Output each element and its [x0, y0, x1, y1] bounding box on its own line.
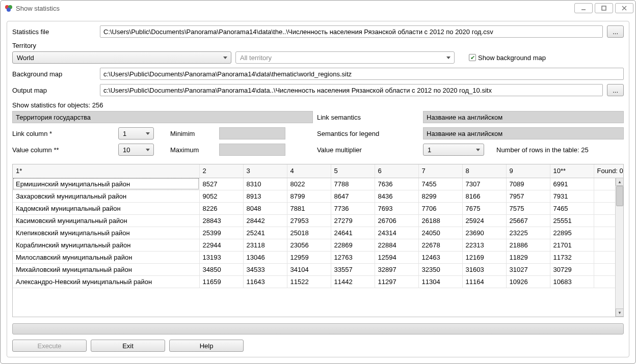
row-value-cell[interactable]: 25018: [287, 227, 331, 239]
row-value-cell[interactable]: 26706: [375, 214, 418, 227]
link-column-select[interactable]: 1: [118, 127, 154, 139]
row-name-cell[interactable]: Михайловский муниципальный район: [13, 263, 199, 275]
row-value-cell[interactable]: 32897: [375, 263, 418, 275]
close-button[interactable]: [615, 3, 633, 13]
row-value-cell[interactable]: 11297: [375, 275, 418, 288]
row-value-cell[interactable]: 13046: [243, 251, 287, 263]
table-row[interactable]: Захаровский муниципальный район905289138…: [13, 190, 624, 202]
row-name-cell[interactable]: Захаровский муниципальный район: [13, 190, 199, 202]
row-value-cell[interactable]: 7736: [331, 202, 375, 214]
row-value-cell[interactable]: 25924: [462, 214, 506, 227]
row-value-cell[interactable]: 12169: [462, 251, 506, 263]
row-value-cell[interactable]: 27279: [331, 214, 375, 227]
row-name-cell[interactable]: Александро-Невский муниципальный район: [13, 275, 199, 288]
col-header-found[interactable]: Found: 0: [594, 164, 624, 178]
row-value-cell[interactable]: 11442: [331, 275, 375, 288]
row-value-cell[interactable]: 12594: [375, 251, 418, 263]
row-name-cell[interactable]: Касимовский муниципальный район: [13, 214, 199, 227]
row-value-cell[interactable]: 11304: [418, 275, 462, 288]
row-value-cell[interactable]: 22884: [375, 239, 418, 251]
row-value-cell[interactable]: 23056: [287, 239, 331, 251]
row-value-cell[interactable]: 25551: [550, 214, 594, 227]
col-header-9[interactable]: 9: [506, 164, 550, 178]
row-value-cell[interactable]: 13193: [199, 251, 243, 263]
bg-map-input[interactable]: c:\Users\Public\Documents\Panorama\Panor…: [100, 68, 624, 80]
row-value-cell[interactable]: 26188: [418, 214, 462, 227]
maximize-button[interactable]: [595, 3, 613, 13]
scroll-up-button[interactable]: ▲: [616, 178, 624, 186]
row-value-cell[interactable]: 12463: [418, 251, 462, 263]
row-name-cell[interactable]: Клепиковский муниципальный район: [13, 227, 199, 239]
row-value-cell[interactable]: 33557: [331, 263, 375, 275]
row-value-cell[interactable]: 28843: [199, 214, 243, 227]
row-value-cell[interactable]: 25667: [506, 214, 550, 227]
titlebar[interactable]: Show statistics: [1, 1, 635, 16]
row-value-cell[interactable]: 8166: [462, 190, 506, 202]
row-value-cell[interactable]: 7706: [418, 202, 462, 214]
row-value-cell[interactable]: 7881: [287, 202, 331, 214]
row-value-cell[interactable]: 7307: [462, 178, 506, 190]
row-name-cell[interactable]: Кораблинский муниципальный район: [13, 239, 199, 251]
table-row[interactable]: Клепиковский муниципальный район25399252…: [13, 227, 624, 239]
row-value-cell[interactable]: 32350: [418, 263, 462, 275]
value-multiplier-select[interactable]: 1: [423, 144, 484, 156]
row-value-cell[interactable]: 22869: [331, 239, 375, 251]
row-value-cell[interactable]: 27953: [287, 214, 331, 227]
table-row[interactable]: Милославский муниципальный район13193130…: [13, 251, 624, 263]
row-value-cell[interactable]: 7575: [506, 202, 550, 214]
scroll-down-button[interactable]: ▼: [616, 309, 624, 317]
row-value-cell[interactable]: 31027: [506, 263, 550, 275]
row-value-cell[interactable]: 8436: [375, 190, 418, 202]
row-value-cell[interactable]: 22678: [418, 239, 462, 251]
territory-world-select[interactable]: World: [12, 51, 231, 64]
row-value-cell[interactable]: 11522: [287, 275, 331, 288]
col-header-2[interactable]: 2: [199, 164, 243, 178]
row-value-cell[interactable]: 12959: [287, 251, 331, 263]
row-value-cell[interactable]: 11659: [199, 275, 243, 288]
col-header-3[interactable]: 3: [243, 164, 287, 178]
row-value-cell[interactable]: 11164: [462, 275, 506, 288]
row-value-cell[interactable]: 7636: [375, 178, 418, 190]
row-value-cell[interactable]: 8799: [287, 190, 331, 202]
row-value-cell[interactable]: 30729: [550, 263, 594, 275]
help-button[interactable]: Help: [169, 340, 244, 352]
row-value-cell[interactable]: 21701: [550, 239, 594, 251]
col-header-4[interactable]: 4: [287, 164, 331, 178]
scroll-thumb[interactable]: [616, 186, 623, 206]
value-column-select[interactable]: 10: [118, 144, 154, 156]
row-value-cell[interactable]: 34104: [287, 263, 331, 275]
row-name-cell[interactable]: Милославский муниципальный район: [13, 251, 199, 263]
col-header-7[interactable]: 7: [418, 164, 462, 178]
row-value-cell[interactable]: 12763: [331, 251, 375, 263]
exit-button[interactable]: Exit: [91, 340, 165, 352]
row-value-cell[interactable]: 7455: [418, 178, 462, 190]
territory-sub-select[interactable]: All territory: [235, 51, 455, 64]
row-value-cell[interactable]: 8527: [199, 178, 243, 190]
row-value-cell[interactable]: 34850: [199, 263, 243, 275]
table-row[interactable]: Кораблинский муниципальный район22944231…: [13, 239, 624, 251]
row-value-cell[interactable]: 7089: [506, 178, 550, 190]
row-value-cell[interactable]: 24314: [375, 227, 418, 239]
row-name-cell[interactable]: Ермишинский муниципальный район: [13, 178, 199, 190]
data-table[interactable]: 1* 2 3 4 5 6 7 8 9 10** Found: 0: [13, 164, 624, 288]
row-value-cell[interactable]: 22944: [199, 239, 243, 251]
table-row[interactable]: Александро-Невский муниципальный район11…: [13, 275, 624, 288]
row-value-cell[interactable]: 8647: [331, 190, 375, 202]
row-value-cell[interactable]: 22895: [550, 227, 594, 239]
row-value-cell[interactable]: 11829: [506, 251, 550, 263]
row-name-cell[interactable]: Кадомский муниципальный район: [13, 202, 199, 214]
row-value-cell[interactable]: 24641: [331, 227, 375, 239]
row-value-cell[interactable]: 8913: [243, 190, 287, 202]
row-value-cell[interactable]: 8310: [243, 178, 287, 190]
table-row[interactable]: Ермишинский муниципальный район852783108…: [13, 178, 624, 190]
row-value-cell[interactable]: 8048: [243, 202, 287, 214]
table-row[interactable]: Кадомский муниципальный район82268048788…: [13, 202, 624, 214]
stats-file-browse-button[interactable]: ...: [607, 25, 624, 38]
row-value-cell[interactable]: 25399: [199, 227, 243, 239]
col-header-6[interactable]: 6: [375, 164, 418, 178]
show-bg-checkbox[interactable]: ✔: [469, 54, 476, 61]
row-value-cell[interactable]: 7931: [550, 190, 594, 202]
row-value-cell[interactable]: 7693: [375, 202, 418, 214]
col-header-5[interactable]: 5: [331, 164, 375, 178]
row-value-cell[interactable]: 34533: [243, 263, 287, 275]
